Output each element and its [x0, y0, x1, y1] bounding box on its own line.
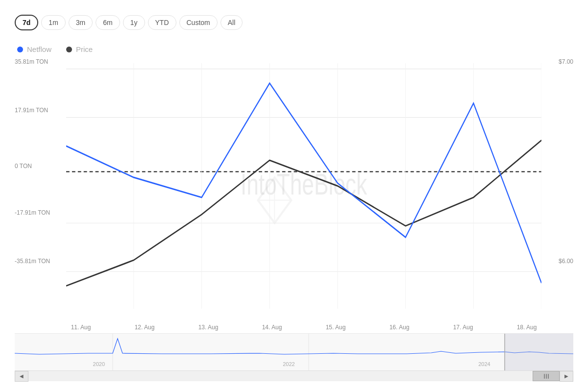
grip-line-3	[548, 374, 549, 379]
x-label-6: 17. Aug	[448, 324, 478, 331]
scrollbar-track: ◀ ▶	[15, 370, 573, 381]
y-label-upper: 17.91m TON	[15, 107, 48, 114]
mini-chart-inner: 2020 2022 2024	[15, 334, 573, 370]
btn-6m[interactable]: 6m	[96, 15, 120, 30]
btn-7d[interactable]: 7d	[15, 15, 38, 30]
year-2020: 2020	[93, 361, 105, 367]
btn-all[interactable]: All	[220, 15, 243, 30]
netflow-dot	[17, 47, 23, 52]
scroll-thumb-grip	[544, 374, 549, 379]
main-container: 7d 1m 3m 6m 1y YTD Custom All Netflow Pr…	[0, 0, 588, 392]
x-axis-labels: 11. Aug 12. Aug 13. Aug 14. Aug 15. Aug …	[66, 322, 541, 331]
mini-chart-section: 2020 2022 2024 ◀ ▶	[15, 333, 573, 387]
grip-line-2	[546, 374, 547, 379]
netflow-label: Netflow	[27, 45, 51, 53]
btn-ytd[interactable]: YTD	[148, 15, 176, 30]
scroll-thumb[interactable]	[533, 371, 560, 381]
x-label-7: 18. Aug	[512, 324, 541, 331]
grip-line-1	[544, 374, 545, 379]
btn-1m[interactable]: 1m	[41, 15, 65, 30]
scroll-right-btn[interactable]: ▶	[560, 371, 573, 382]
scroll-left-btn[interactable]: ◀	[15, 371, 28, 382]
svg-rect-19	[505, 334, 573, 370]
year-2022: 2022	[283, 361, 294, 367]
y-label-bottom: -35.81m TON	[15, 258, 50, 265]
y-label-price-top: $7.00	[559, 58, 573, 65]
x-label-2: 13. Aug	[194, 324, 223, 331]
y-label-lower: -17.91m TON	[15, 209, 50, 216]
x-label-3: 14. Aug	[257, 324, 287, 331]
main-chart-area: 35.81m TON 17.91m TON 0 TON -17.91m TON …	[15, 58, 573, 331]
chart-svg: IntoTheBlock	[66, 63, 541, 309]
legend-price: Price	[66, 45, 93, 53]
chart-legend: Netflow Price	[15, 45, 573, 53]
y-label-price-bottom: $6.00	[559, 258, 573, 265]
x-label-4: 15. Aug	[321, 324, 350, 331]
btn-3m[interactable]: 3m	[69, 15, 93, 30]
y-label-zero: 0 TON	[15, 163, 32, 170]
legend-netflow: Netflow	[17, 45, 51, 53]
year-2024: 2024	[478, 361, 490, 367]
btn-1y[interactable]: 1y	[123, 15, 145, 30]
x-label-1: 12. Aug	[130, 324, 159, 331]
price-dot	[66, 47, 72, 52]
x-label-5: 16. Aug	[385, 324, 414, 331]
btn-custom[interactable]: Custom	[179, 15, 218, 30]
time-range-bar: 7d 1m 3m 6m 1y YTD Custom All	[15, 10, 573, 35]
scroll-area[interactable]	[28, 371, 560, 381]
price-label: Price	[76, 45, 93, 53]
x-label-0: 11. Aug	[66, 324, 96, 331]
price-line	[66, 140, 541, 286]
y-label-top: 35.81m TON	[15, 58, 48, 65]
chart-wrapper: 35.81m TON 17.91m TON 0 TON -17.91m TON …	[15, 58, 573, 387]
